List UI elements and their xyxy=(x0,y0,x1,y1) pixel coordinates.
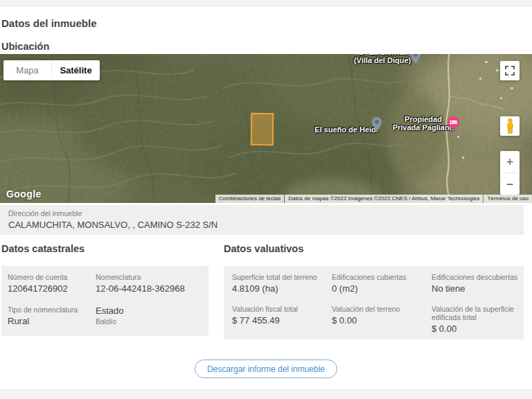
keyboard-shortcuts-link[interactable]: Combinaciones de teclas xyxy=(215,195,284,203)
location-heading: Ubicación xyxy=(1,41,49,52)
zoom-control: + − xyxy=(500,151,520,195)
top-strip xyxy=(0,0,532,6)
address-panel: Dirección del inmueble CALAMUCHITA, MONS… xyxy=(0,205,524,235)
field-edificaciones-cubiertas: Edificaciones cubiertas 0 (m2) xyxy=(332,273,432,294)
field-numero-de-cuenta: Número de cuenta 120641726902 xyxy=(8,273,96,294)
place-pin-icon[interactable] xyxy=(410,54,421,65)
map-type-map-button[interactable]: Mapa xyxy=(3,60,51,80)
map-type-control: Mapa Satélite xyxy=(3,60,100,80)
property-data-page: Datos del inmueble Ubicación xyxy=(0,0,532,399)
field-valuacion-superficie-edificada: Valuación de la superficie edificada tot… xyxy=(432,305,518,334)
place-pin-icon[interactable] xyxy=(371,116,382,132)
pegman-button[interactable] xyxy=(500,116,520,136)
bottom-strip xyxy=(0,389,532,399)
field-superficie-total: Superficie total del terreno 4.8109 (ha) xyxy=(232,273,332,294)
field-estado: Estado Baldío xyxy=(96,305,204,326)
fullscreen-button[interactable] xyxy=(500,61,520,80)
field-tipo-de-nomenclatura: Tipo de nomenclatura Rural xyxy=(8,305,96,326)
zoom-out-button[interactable]: − xyxy=(500,173,520,195)
google-logo[interactable]: Google xyxy=(6,188,42,200)
place-label-el-sueno-de-heidi: El sueño de Heidi xyxy=(312,125,381,134)
map-canvas[interactable]: B° La Sierrita (Villa del Dique) El sueñ… xyxy=(0,54,532,203)
terms-of-use-link[interactable]: Términos de uso xyxy=(484,195,532,203)
address-label: Dirección del inmueble xyxy=(8,209,515,218)
valuation-card: Superficie total del terreno 4.8109 (ha)… xyxy=(224,266,524,339)
field-edificaciones-descubiertas: Edificaciones descubiertas No tiene xyxy=(432,273,518,294)
map-attribution-bar: Combinaciones de teclas Datos de mapas ©… xyxy=(215,195,532,203)
zoom-in-button[interactable]: + xyxy=(500,151,520,172)
place-label-la-sierrita: B° La Sierrita (Villa del Dique) xyxy=(327,54,438,64)
lodging-pin-icon[interactable] xyxy=(447,116,460,132)
field-valuacion-fiscal-total: Valuación fiscal total $ 77 455.49 xyxy=(232,305,332,334)
map-type-satellite-button[interactable]: Satélite xyxy=(52,60,100,80)
download-report-button[interactable]: Descargar informe del inmueble xyxy=(195,360,337,378)
fullscreen-icon xyxy=(505,66,515,76)
cadastral-heading: Datos catastrales xyxy=(1,243,85,254)
pegman-icon xyxy=(506,118,515,134)
parcel-highlight[interactable] xyxy=(251,113,274,145)
map-data-attribution: Datos de mapas ©2022 Imágenes ©2022 CNES… xyxy=(285,195,483,203)
valuation-heading: Datos valuativos xyxy=(224,243,303,254)
page-title: Datos del inmueble xyxy=(1,17,97,29)
field-valuacion-del-terreno: Valuación del terreno $ 0.00 xyxy=(332,305,432,334)
field-nomenclatura: Nomenclatura 12-06-442418-362968 xyxy=(96,273,204,294)
cadastral-card: Número de cuenta 120641726902 Nomenclatu… xyxy=(1,266,209,336)
address-value: CALAMUCHITA, MONSALVO, , CAMINO S-232 S/… xyxy=(8,220,515,230)
